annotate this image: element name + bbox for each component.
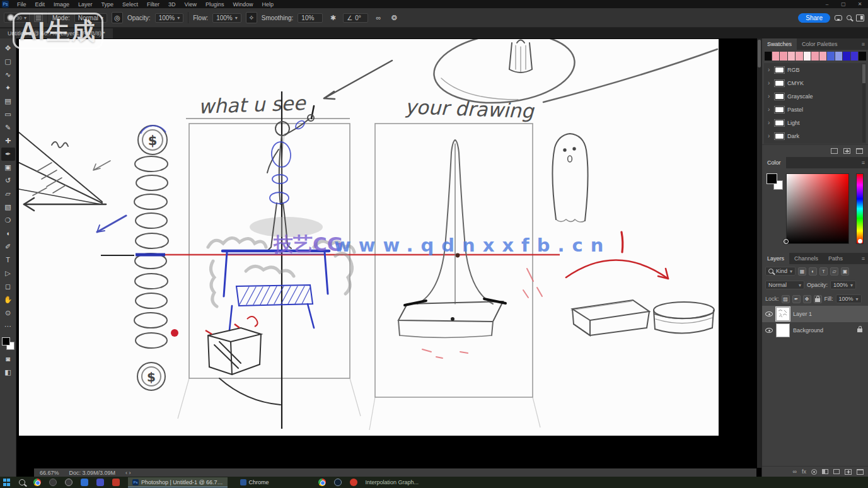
- tool-gradient[interactable]: ▧: [1, 200, 15, 214]
- taskbar-search-icon[interactable]: [19, 479, 25, 485]
- tool-clone-stamp[interactable]: ▣: [1, 161, 15, 174]
- new-swatch-icon[interactable]: [843, 148, 850, 154]
- filter-adjustment-layers-icon[interactable]: ◐: [809, 267, 817, 276]
- app-icon[interactable]: [96, 479, 104, 486]
- app-icon[interactable]: [112, 479, 120, 486]
- tool-type[interactable]: T: [1, 253, 15, 267]
- smoothing-field[interactable]: 10%: [298, 13, 323, 23]
- taskbar-task-chrome[interactable]: Chrome: [236, 477, 274, 487]
- foreground-color-swatch[interactable]: [2, 337, 10, 346]
- menu-type[interactable]: Type: [97, 1, 119, 8]
- foreground-background-chips[interactable]: [767, 173, 783, 190]
- tool-magic-wand[interactable]: ✦: [1, 81, 15, 95]
- swatch[interactable]: [835, 52, 842, 61]
- lock-all-icon[interactable]: [814, 295, 822, 303]
- search-icon[interactable]: [847, 15, 852, 20]
- taskbar-task-photoshop[interactable]: Ps Photoshop | Untitled-1 @ 66.7…: [128, 477, 228, 487]
- tab-channels[interactable]: Channels: [789, 253, 823, 264]
- app-icon[interactable]: [65, 479, 72, 486]
- menu-window[interactable]: Window: [229, 1, 258, 8]
- hue-slider[interactable]: [856, 173, 864, 244]
- lock-move-icon[interactable]: ✥: [803, 295, 811, 303]
- swatch[interactable]: [804, 52, 811, 61]
- document-canvas[interactable]: $ $ what u see your drawing: [19, 39, 719, 436]
- tab-color-palettes[interactable]: Color Palettes: [797, 38, 843, 50]
- layer-mask-icon[interactable]: [811, 469, 817, 475]
- swatch[interactable]: [796, 52, 802, 61]
- swatch-group-light[interactable]: ›Light: [764, 116, 866, 129]
- screen-mode-button[interactable]: ◧: [1, 366, 15, 379]
- foreground-color-chip[interactable]: [767, 173, 777, 184]
- tool-path-selection[interactable]: ▷: [1, 267, 15, 280]
- lock-transparency-icon[interactable]: ▨: [782, 295, 790, 303]
- tool-pen[interactable]: ✐: [1, 240, 15, 253]
- opacity-select[interactable]: 100% ▾: [155, 13, 184, 23]
- swatch[interactable]: [811, 52, 818, 61]
- swatches-scrollbar[interactable]: [862, 64, 865, 142]
- tab-swatches[interactable]: Swatches: [762, 38, 797, 50]
- panel-menu-icon[interactable]: ≡: [859, 253, 868, 264]
- tool-rectangular-marquee[interactable]: ▢: [1, 55, 15, 68]
- swatch-group-grayscale[interactable]: ›Grayscale: [764, 90, 866, 103]
- swatch[interactable]: [765, 52, 772, 61]
- layer-thumbnail[interactable]: [776, 323, 790, 337]
- panel-menu-icon[interactable]: ≡: [859, 157, 868, 168]
- layer-fill-field[interactable]: 100% ▾: [836, 294, 862, 303]
- swatch-group-cmyk[interactable]: ›CMYK: [764, 76, 866, 90]
- zoom-level[interactable]: 66.67%: [40, 470, 59, 476]
- swatch-group-rgb[interactable]: ›RGB: [764, 63, 866, 76]
- menu-select[interactable]: Select: [118, 1, 142, 8]
- visibility-eye-icon[interactable]: [765, 311, 773, 317]
- swatch[interactable]: [851, 52, 858, 61]
- swatch[interactable]: [859, 52, 865, 61]
- smoothing-gear-icon[interactable]: ✱: [327, 12, 339, 23]
- symmetry-icon[interactable]: ∞: [373, 12, 384, 23]
- delete-swatch-icon[interactable]: [856, 148, 863, 154]
- new-group-icon[interactable]: [831, 148, 838, 154]
- canvas-scrollbar[interactable]: [757, 38, 761, 468]
- tool-hand[interactable]: ✋: [1, 293, 15, 306]
- swatch[interactable]: [788, 52, 795, 61]
- tab-color[interactable]: Color: [762, 157, 786, 168]
- close-button[interactable]: ✕: [852, 1, 868, 7]
- tool-crop[interactable]: ▤: [1, 95, 15, 108]
- tool-blur[interactable]: ❍: [1, 214, 15, 227]
- app-icon[interactable]: [49, 479, 57, 486]
- swatch[interactable]: [780, 52, 787, 61]
- opacity-pressure-icon[interactable]: ◎: [112, 12, 123, 23]
- layer-thumbnail[interactable]: [776, 307, 790, 321]
- menu-help[interactable]: Help: [258, 1, 279, 8]
- menu-plugins[interactable]: Plugins: [201, 1, 229, 8]
- tab-paths[interactable]: Paths: [823, 253, 848, 264]
- filter-kind-select[interactable]: Kind ▾: [765, 267, 796, 276]
- comments-icon[interactable]: [835, 15, 842, 21]
- color-picker-cursor[interactable]: [784, 239, 789, 244]
- tool-spot-healing[interactable]: ✚: [1, 134, 15, 148]
- status-arrows[interactable]: ‹ ›: [125, 470, 131, 476]
- filter-pixel-layers-icon[interactable]: ▦: [798, 267, 806, 276]
- tool-dodge[interactable]: ◖: [1, 227, 15, 240]
- swatch-group-pastel[interactable]: ›Pastel: [764, 103, 866, 116]
- panel-menu-icon[interactable]: ≡: [859, 38, 868, 50]
- tool-rectangle[interactable]: ◻: [1, 280, 15, 293]
- menu-layer[interactable]: Layer: [74, 1, 97, 8]
- hue-slider-cursor[interactable]: [858, 239, 862, 243]
- share-button[interactable]: Share: [798, 13, 830, 23]
- scrollbar-thumb[interactable]: [758, 40, 761, 67]
- tab-layers[interactable]: Layers: [762, 253, 789, 264]
- start-button-icon[interactable]: [3, 479, 11, 486]
- menu-3d[interactable]: 3D: [164, 1, 180, 8]
- tool-eyedropper[interactable]: ✎: [1, 121, 15, 134]
- lock-paint-icon[interactable]: ✒: [792, 295, 801, 303]
- app-icon[interactable]: [350, 479, 357, 486]
- chrome-icon[interactable]: [318, 479, 326, 486]
- tool-history-brush[interactable]: ↺: [1, 174, 15, 187]
- app-icon[interactable]: [334, 479, 342, 486]
- menu-view[interactable]: View: [180, 1, 201, 8]
- tool-brush[interactable]: ✒: [1, 148, 15, 161]
- flow-select[interactable]: 100% ▾: [212, 13, 241, 23]
- menu-edit[interactable]: Edit: [31, 1, 50, 8]
- edit-toolbar-button[interactable]: ⋯: [1, 320, 15, 333]
- layer-name[interactable]: Background: [793, 327, 823, 334]
- swatch[interactable]: [843, 52, 850, 61]
